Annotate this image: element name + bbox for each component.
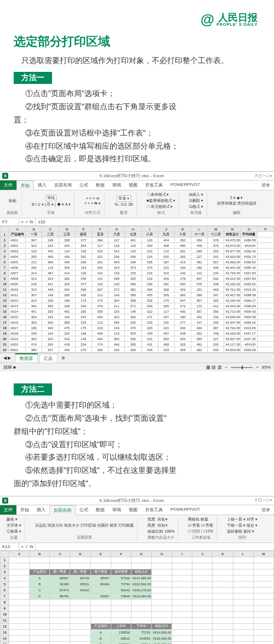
method2-steps: ①先选中需要打印的区域； ②点击"页面布局"选项卡，找到"页面设置" 群组中的"… <box>0 396 274 496</box>
intro-text: 只选取需要打印的区域作为打印对象，不必打印整个工作表。 <box>0 54 274 72</box>
method2-label: 方法二 <box>14 383 52 396</box>
worksheet-grid[interactable]: ABCDEFGHIJKLMNOP1产品编号一月二月三月四月五月六月七月八月九月十… <box>0 226 274 353</box>
tab-formulas[interactable]: 公式 <box>76 505 92 515</box>
method1-steps: ①点击"页面布局"选项卡； ②找到"页面设置"群组点击右下角显示更多设 置； ③… <box>0 84 274 171</box>
logo-name: 人民日报 <box>216 13 258 22</box>
page-title: 选定部分打印区域 <box>0 33 274 54</box>
ribbon-clipboard[interactable]: 粘贴剪贴板 <box>3 193 22 216</box>
logo-at-symbol: @ <box>201 11 214 28</box>
ribbon-styles[interactable]: ◇条件格式 ▾■套用表格格式 ▾◇单元格样式 ▾样式 <box>144 193 179 216</box>
login-link[interactable]: 登录 <box>258 180 274 190</box>
file-tab[interactable]: 文件 <box>0 180 16 190</box>
window-title: 9.16Excel打印小技巧.xlsx - Excel <box>12 498 252 504</box>
tab-review[interactable]: 审阅 <box>109 180 125 190</box>
ribbon-number[interactable]: 常规 ▾% , 0.0 .00数字 <box>111 193 136 216</box>
login-link[interactable]: 登录 <box>258 505 274 515</box>
view-icons[interactable]: ▦ ▤ ▥ <box>206 365 221 370</box>
brand-logo: @ 人民日报 PEOPLE' S DAILY <box>0 0 274 33</box>
ribbon-arrange[interactable]: 上移一层 ▾ 对齐 ▾下移一层 ▾ 组合 ▾选择窗格 旋转 ▾排列 <box>224 517 261 540</box>
excel-icon: X <box>2 498 8 504</box>
zoom-level: 85% <box>262 365 271 370</box>
ribbon-editing[interactable]: Σ ▾ ◆ ▾排序和筛选 查找和选择编辑 <box>214 193 260 216</box>
window-controls[interactable]: ? ▢ − □ × <box>255 174 272 178</box>
excel-screenshot-1: X 9.16Excel打印小技巧.xlsx - Excel ? ▢ − □ × … <box>0 171 274 371</box>
ribbon-cells[interactable]: ⊞插入 ▾⊟删除 ▾⊡格式 ▾单元格 <box>186 193 207 216</box>
sheet-tab-other[interactable]: 汇总 <box>39 354 58 363</box>
excel-icon: X <box>2 173 8 179</box>
ribbon-scale[interactable]: 宽度: 自动 ▾高度: 自动 ▾缩放比例: 100%调整为合适大小 <box>144 517 179 540</box>
logo-subtitle: PEOPLE' S DAILY <box>216 22 258 27</box>
namebox[interactable]: F7 <box>0 218 19 225</box>
tab-home[interactable]: 开始 <box>16 180 34 190</box>
formula-input[interactable]: 132 <box>36 218 274 225</box>
tab-formulas[interactable]: 公式 <box>76 180 92 190</box>
tab-powerpivot[interactable]: POWERPIVOT <box>167 180 204 190</box>
tab-view[interactable]: 视图 <box>125 180 141 190</box>
tab-insert[interactable]: 插入 <box>34 180 50 190</box>
window-controls[interactable]: ? ▢ − □ × <box>255 498 272 502</box>
status-ready: 就绪 <box>3 365 12 370</box>
formula-input[interactable] <box>36 543 274 550</box>
tab-insert[interactable]: 插入 <box>33 505 49 515</box>
ribbon-alignment[interactable]: ≡ ≡ ≡ ≫≡ ≡ ≡ ⇆ ▾对齐方式 <box>81 193 105 216</box>
ribbon-sheet-options[interactable]: 网格线 标题☑ 查看 ☑ 查看☐ 打印 ☐ 打印工作表选项 <box>185 517 217 540</box>
tab-review[interactable]: 审阅 <box>109 505 125 515</box>
fx-label[interactable]: × ✓ fx <box>19 218 36 225</box>
tab-developer[interactable]: 开发工具 <box>141 180 167 190</box>
method1-label: 方法一 <box>14 72 52 84</box>
tab-page-layout[interactable]: 页面布局 <box>49 505 76 515</box>
ribbon-font[interactable]: 等线B I U ▾ | 田 ▾ | ◆ ▾ A ▾字体 <box>28 193 75 216</box>
tab-view[interactable]: 视图 <box>125 505 141 515</box>
zoom-slider[interactable] <box>231 367 253 368</box>
sheet-tab-active[interactable]: 数据源 <box>15 353 38 363</box>
ribbon-page-setup[interactable]: 页边距 纸张方向 纸张大小 打印区域 分隔符 背景 打印标题页面设置 <box>32 517 138 540</box>
tab-data[interactable]: 数据 <box>92 505 109 515</box>
tab-powerpivot[interactable]: POWERPIVOT <box>167 505 204 515</box>
window-title: 9.16Excel打印小技巧.xlsx - Excel <box>12 173 252 179</box>
fx-label[interactable]: × ✓ fx <box>19 543 36 550</box>
tab-page-layout[interactable]: 页面布局 <box>50 180 76 190</box>
namebox[interactable]: K13 <box>0 543 19 550</box>
tab-data[interactable]: 数据 <box>92 180 109 190</box>
excel-screenshot-2: X 9.16Excel打印小技巧.xlsx - Excel ? ▢ − □ × … <box>0 496 274 644</box>
file-tab[interactable]: 文件 <box>0 505 16 515</box>
add-sheet-icon[interactable]: ⊕ <box>58 355 68 360</box>
tab-developer[interactable]: 开发工具 <box>141 505 167 515</box>
tab-home[interactable]: 开始 <box>16 505 33 515</box>
ribbon-themes[interactable]: 颜色 ▾文字体 ▾◎效果 ▾主题 <box>3 517 25 540</box>
worksheet-grid-2[interactable]: ABCDEFGHIJKLM123产品系列第一季度第二季度第三季度第四季度销售总计… <box>0 551 274 644</box>
